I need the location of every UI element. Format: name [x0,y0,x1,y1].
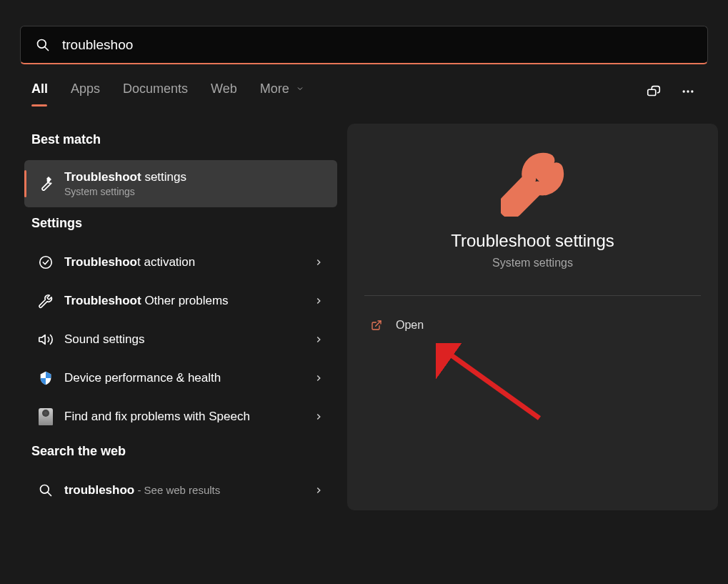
search-input[interactable] [62,37,693,53]
chevron-down-icon [296,81,304,96]
settings-row-activation[interactable]: Troubleshoot activation [24,244,337,281]
open-label: Open [396,319,424,332]
settings-row-speech[interactable]: Find and fix problems with Speech [24,398,337,435]
result-title-rest: Device performance & health [64,371,221,385]
filters: All Apps Documents Web More [31,81,304,101]
section-settings: Settings [31,216,337,231]
result-subtitle: System settings [64,186,326,197]
content: Best match Troubleshoot settings System … [0,112,728,510]
svg-point-5 [691,90,693,92]
result-title-rest: settings [141,170,186,184]
detail-panel: Troubleshoot settings System settings Op… [347,124,718,510]
filter-more[interactable]: More [260,81,304,101]
filter-web[interactable]: Web [211,81,237,101]
check-circle-icon [37,254,54,271]
result-title: Sound settings [64,332,311,347]
chevron-right-icon [311,483,326,498]
search-bar[interactable] [20,26,708,64]
result-text: Troubleshoot Other problems [64,294,311,308]
result-title-bold: Troubleshoo [64,255,137,269]
result-title: Troubleshoot settings [64,170,326,184]
filter-apps[interactable]: Apps [71,81,100,101]
speaker-icon [37,331,54,348]
more-options-icon[interactable] [679,83,697,100]
shield-icon [37,370,54,387]
result-title-rest: Other problems [141,294,229,307]
svg-line-10 [376,321,381,326]
result-title: Troubleshoot activation [64,255,311,269]
detail-header: Troubleshoot settings System settings [364,152,701,296]
result-text: Troubleshoot activation [64,255,311,269]
result-text: Find and fix problems with Speech [64,410,311,424]
settings-row-other-problems[interactable]: Troubleshoot Other problems [24,282,337,320]
detail-subtitle: System settings [492,257,573,269]
open-icon [370,319,383,332]
chevron-right-icon [311,410,326,424]
wrench-icon [37,292,54,310]
result-title-suffix: - See web results [134,484,220,496]
result-text: Device performance & health [64,371,311,385]
svg-point-3 [683,90,685,92]
chevron-right-icon [311,371,326,385]
svg-point-4 [687,90,689,92]
svg-point-6 [40,257,52,269]
search-icon [37,482,54,499]
filter-bar: All Apps Documents Web More [0,64,728,112]
filter-all[interactable]: All [31,81,48,101]
svg-line-1 [45,46,49,50]
result-title: Troubleshoot Other problems [64,294,311,308]
toolbar-right [645,83,697,100]
result-text: Troubleshoot settings System settings [64,170,326,197]
chevron-right-icon [311,294,326,308]
result-title: troubleshoo - See web results [64,483,311,498]
microphone-icon [37,408,54,425]
chat-icon[interactable] [645,83,662,100]
result-title: Device performance & health [64,371,311,385]
chevron-right-icon [311,332,326,347]
results-panel: Best match Troubleshoot settings System … [24,124,337,510]
search-icon [35,37,51,53]
settings-row-sound[interactable]: Sound settings [24,321,337,358]
result-title-rest: t activation [137,255,195,269]
chevron-right-icon [311,255,326,269]
web-search-row[interactable]: troubleshoo - See web results [24,472,337,509]
result-title-bold: Troubleshoot [64,170,141,184]
detail-title: Troubleshoot settings [451,231,614,251]
result-title: Find and fix problems with Speech [64,410,311,424]
filter-more-label: More [260,81,289,96]
result-text: troubleshoo - See web results [64,483,311,498]
wrench-icon [37,175,54,192]
filter-documents[interactable]: Documents [123,81,188,101]
settings-row-device-health[interactable]: Device performance & health [24,360,337,397]
svg-marker-7 [39,335,45,345]
result-title-rest: Find and fix problems with Speech [64,410,250,423]
result-title-bold: Troubleshoot [64,294,141,307]
open-action[interactable]: Open [370,315,701,336]
section-search-web: Search the web [31,444,337,459]
svg-rect-2 [648,89,656,95]
wrench-large-icon [501,152,565,217]
result-title-bold: troubleshoo [64,483,134,497]
best-match-row[interactable]: Troubleshoot settings System settings [24,160,337,207]
result-text: Sound settings [64,332,311,347]
detail-actions: Open [364,296,701,336]
section-best-match: Best match [31,132,337,147]
result-title-rest: Sound settings [64,332,144,346]
svg-line-9 [48,493,51,496]
